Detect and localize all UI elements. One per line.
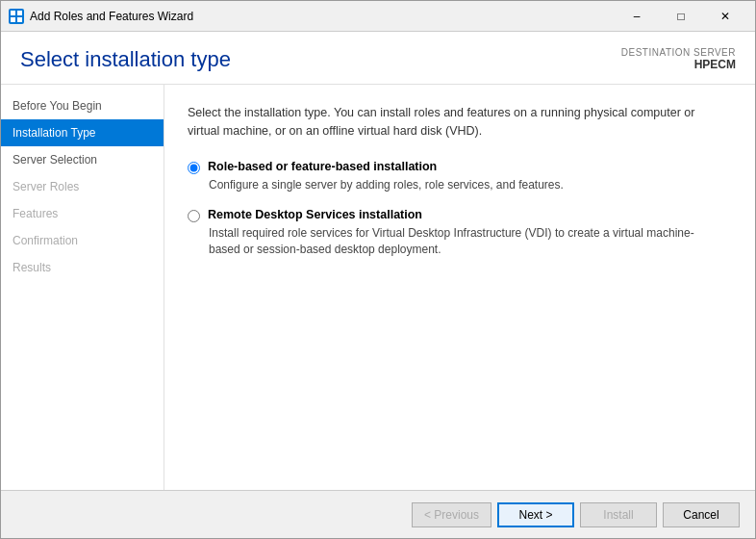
header-bar: Select installation type DESTINATION SER…: [1, 32, 755, 85]
sidebar-item-server-selection[interactable]: Server Selection: [1, 146, 164, 173]
option-group: Role-based or feature-based installation…: [188, 160, 732, 258]
close-button[interactable]: ✕: [703, 1, 747, 32]
page-title: Select installation type: [20, 47, 231, 72]
option-text-remote_desktop: Remote Desktop Services installation: [208, 208, 422, 221]
sidebar-item-before-you-begin[interactable]: Before You Begin: [1, 92, 164, 119]
option-desc-remote_desktop: Install required role services for Virtu…: [209, 225, 709, 258]
window-controls: – □ ✕: [615, 1, 747, 32]
minimize-button[interactable]: –: [615, 1, 659, 32]
option-text-role_based: Role-based or feature-based installation: [208, 160, 437, 173]
next-button[interactable]: Next >: [497, 502, 574, 527]
svg-rect-0: [11, 11, 15, 15]
svg-rect-2: [11, 17, 15, 22]
intro-text: Select the installation type. You can in…: [188, 104, 726, 141]
destination-server-info: DESTINATION SERVER HPECM: [621, 47, 736, 71]
sidebar-item-results: Results: [1, 254, 164, 281]
title-bar: Add Roles and Features Wizard – □ ✕: [1, 1, 755, 32]
radio-role_based[interactable]: [188, 162, 200, 174]
app-icon: [9, 9, 24, 24]
window-title: Add Roles and Features Wizard: [30, 10, 193, 23]
option-label-remote_desktop[interactable]: Remote Desktop Services installation: [188, 208, 732, 222]
wizard-window: Add Roles and Features Wizard – □ ✕ Sele…: [0, 0, 756, 539]
svg-rect-3: [17, 17, 22, 22]
destination-label: DESTINATION SERVER: [621, 47, 736, 58]
sidebar-item-server-roles: Server Roles: [1, 173, 164, 200]
footer: < Previous Next > Install Cancel: [1, 490, 755, 538]
option-desc-role_based: Configure a single server by adding role…: [209, 177, 709, 193]
cancel-button[interactable]: Cancel: [663, 502, 740, 527]
maximize-button[interactable]: □: [659, 1, 703, 32]
svg-rect-1: [17, 11, 22, 15]
server-name: HPECM: [621, 58, 736, 71]
option-item-role_based: Role-based or feature-based installation…: [188, 160, 732, 193]
sidebar-item-features: Features: [1, 200, 164, 227]
content-area: Before You BeginInstallation TypeServer …: [1, 85, 755, 490]
sidebar-item-confirmation: Confirmation: [1, 227, 164, 254]
title-bar-left: Add Roles and Features Wizard: [9, 9, 193, 24]
main-content: Select the installation type. You can in…: [164, 85, 755, 490]
sidebar: Before You BeginInstallation TypeServer …: [1, 85, 164, 490]
previous-button[interactable]: < Previous: [412, 502, 491, 527]
option-label-role_based[interactable]: Role-based or feature-based installation: [188, 160, 732, 174]
install-button[interactable]: Install: [580, 502, 657, 527]
radio-remote_desktop[interactable]: [188, 210, 200, 222]
sidebar-item-installation-type[interactable]: Installation Type: [1, 119, 164, 146]
option-item-remote_desktop: Remote Desktop Services installationInst…: [188, 208, 732, 258]
